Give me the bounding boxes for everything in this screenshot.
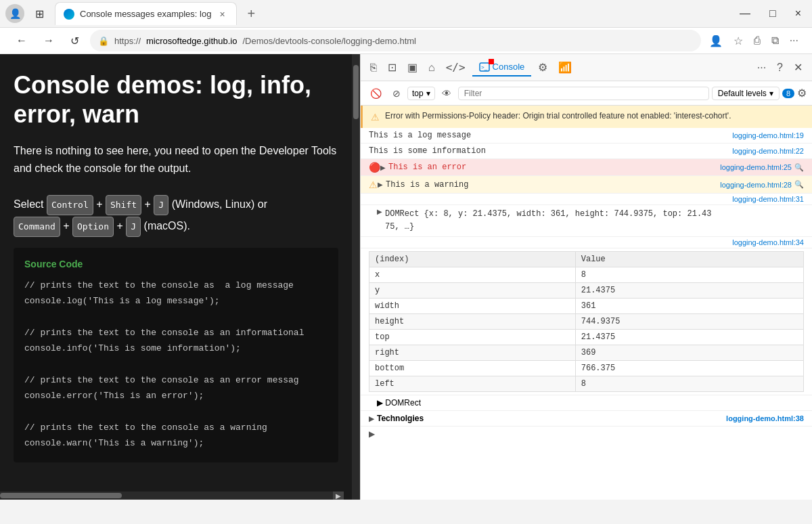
edge-favicon bbox=[64, 9, 74, 20]
info-message-link[interactable]: logging-demo.html:22 bbox=[732, 147, 804, 155]
context-value: top bbox=[412, 89, 424, 98]
levels-selector[interactable]: Default levels ▾ bbox=[712, 87, 780, 100]
table-cell-index: bottom bbox=[369, 361, 576, 376]
address-actions: 👤 ☆ ⎙ ⧉ ··· bbox=[706, 32, 801, 50]
console-icon: >_ ● bbox=[479, 62, 490, 72]
filter-input[interactable] bbox=[458, 87, 709, 100]
network-tab[interactable]: 📶 bbox=[554, 58, 576, 77]
domrect-label-row: ▶ DOMRect bbox=[361, 395, 812, 411]
tab-close-button[interactable]: × bbox=[217, 7, 227, 21]
home-tab[interactable]: ⌂ bbox=[424, 59, 439, 77]
eye-button[interactable]: 👁 bbox=[438, 86, 455, 101]
opt-key: Option bbox=[72, 217, 114, 237]
webpage-panel: Console demos: log, info, error, warn Th… bbox=[0, 54, 352, 500]
domrect-expand-arrow[interactable]: ▶ bbox=[377, 208, 382, 215]
domrect-link[interactable]: logging-demo.html:31 bbox=[732, 195, 804, 203]
domrect-text: DOMRect {x: 8, y: 21.4375, width: 361, h… bbox=[385, 208, 804, 234]
help-button[interactable]: ? bbox=[773, 59, 787, 77]
more-button[interactable]: ··· bbox=[787, 32, 801, 49]
plus4: + bbox=[116, 220, 126, 232]
device-emulation-button[interactable]: ⊡ bbox=[384, 58, 401, 77]
close-button[interactable]: × bbox=[790, 5, 807, 22]
error-message-link[interactable]: logging-demo.html:25 bbox=[720, 163, 792, 171]
more-tools-button[interactable]: ··· bbox=[753, 59, 770, 77]
error-badge: 8 bbox=[782, 89, 794, 98]
sources-tab[interactable]: </> bbox=[442, 58, 470, 77]
horizontal-scrollbar[interactable]: ▶ bbox=[0, 492, 344, 500]
elements-tab[interactable]: ▣ bbox=[403, 58, 422, 77]
close-devtools-button[interactable]: ✕ bbox=[790, 58, 807, 77]
new-tab-button[interactable]: + bbox=[242, 3, 261, 24]
select-text: Select bbox=[14, 198, 47, 210]
block-network-button[interactable]: ⊘ bbox=[388, 86, 405, 101]
main-content: Console demos: log, info, error, warn Th… bbox=[0, 54, 812, 500]
code-line-4: console.info('This is some information')… bbox=[24, 341, 328, 356]
table-header-value: Value bbox=[575, 252, 803, 267]
sidebar-toggle[interactable]: ⊞ bbox=[30, 5, 49, 23]
warn-message-text: This is a warning bbox=[386, 180, 720, 190]
inspect-element-button[interactable]: ⎘ bbox=[366, 59, 381, 77]
log-message-link[interactable]: logging-demo.html:19 bbox=[732, 131, 804, 139]
code-line-3: // prints the text to the console as an … bbox=[24, 325, 328, 341]
title-bar: 👤 ⊞ Console messages examples: log × + —… bbox=[0, 0, 812, 27]
scrollbar-thumb-h bbox=[0, 493, 122, 498]
lock-icon: 🔒 bbox=[98, 36, 109, 46]
technologies-link[interactable]: logging-demo.html:38 bbox=[726, 414, 804, 422]
source-code: // prints the text to the console as a l… bbox=[24, 278, 328, 452]
error-expand-arrow[interactable]: ▶ bbox=[380, 164, 386, 171]
warn-message-link[interactable]: logging-demo.html:28 bbox=[720, 181, 792, 189]
warn-expand-arrow[interactable]: ▶ bbox=[378, 181, 383, 188]
caret-row: ▶ bbox=[361, 427, 812, 441]
performance-tab[interactable]: ⚙ bbox=[534, 58, 551, 77]
warn-icon: ⚠ bbox=[369, 179, 378, 190]
split-button[interactable]: ⧉ bbox=[769, 32, 782, 49]
domrect-link2[interactable]: logging-demo.html:34 bbox=[732, 238, 804, 246]
ctrl-key: Control bbox=[47, 195, 93, 215]
table-cell-index: left bbox=[369, 376, 576, 392]
address-bar: ← → ↺ 🔒 https://microsoftedge.github.io/… bbox=[0, 27, 812, 54]
clear-console-button[interactable]: 🚫 bbox=[366, 86, 386, 101]
info-message-text: This is some information bbox=[369, 146, 732, 156]
collections-button[interactable]: ⎙ bbox=[751, 32, 763, 49]
back-button[interactable]: ← bbox=[11, 32, 32, 49]
domrect-link2-row: logging-demo.html:34 bbox=[361, 237, 812, 248]
console-settings-button[interactable]: ⚙ bbox=[797, 87, 807, 100]
table-header-index: (index) bbox=[369, 252, 576, 267]
technologies-row: ▶ Technolgies logging-demo.html:38 bbox=[361, 411, 812, 427]
console-table-container: (index) Value x8y21.4375width361height74… bbox=[361, 248, 812, 395]
chevron-down-icon-2: ▾ bbox=[769, 89, 773, 98]
page-description: There is nothing to see here, you need t… bbox=[14, 142, 338, 177]
table-cell-value: 744.9375 bbox=[575, 314, 803, 330]
url-box[interactable]: 🔒 https://microsoftedge.github.io/Demos/… bbox=[90, 30, 701, 51]
domrect-label[interactable]: ▶ DOMRect bbox=[377, 398, 421, 408]
code-line-1: // prints the text to the console as a l… bbox=[24, 278, 328, 293]
profile-icon[interactable]: 👤 bbox=[5, 4, 24, 23]
cmd-key: Command bbox=[14, 217, 60, 237]
browser-tab-active[interactable]: Console messages examples: log × bbox=[55, 2, 237, 25]
error-message-row: 🔴 ▶ This is an error logging-demo.html:2… bbox=[361, 159, 812, 176]
webpage-scroll: Console demos: log, info, error, warn Th… bbox=[0, 54, 352, 500]
table-cell-index: y bbox=[369, 283, 576, 299]
mac-suffix: (macOS). bbox=[144, 220, 190, 232]
levels-value: Default levels bbox=[718, 89, 767, 98]
favorites-button[interactable]: ☆ bbox=[731, 32, 746, 50]
scroll-right-arrow[interactable]: ▶ bbox=[333, 492, 344, 500]
vertical-scrollbar[interactable] bbox=[352, 54, 360, 500]
caret-icon: ▶ bbox=[369, 429, 375, 439]
console-tab[interactable]: >_ ● Console bbox=[472, 59, 532, 77]
console-toolbar: 🚫 ⊘ top ▾ 👁 Default levels ▾ 8 ⚙ bbox=[361, 81, 812, 106]
log-message-text: This is a log message bbox=[369, 131, 732, 140]
profile-button[interactable]: 👤 bbox=[706, 32, 725, 50]
warn-search-icon[interactable]: 🔍 bbox=[794, 180, 804, 189]
technologies-text: Technolgies bbox=[377, 414, 424, 423]
minimize-button[interactable]: — bbox=[734, 5, 756, 22]
tech-expand-arrow[interactable]: ▶ bbox=[369, 415, 374, 422]
devtools-panel: ⎘ ⊡ ▣ ⌂ </> >_ ● Console ⚙ 📶 ··· ? ✕ 🚫 ⊘ bbox=[360, 54, 812, 500]
refresh-button[interactable]: ↺ bbox=[65, 32, 85, 50]
context-selector[interactable]: top ▾ bbox=[407, 87, 435, 100]
plus2: + bbox=[145, 198, 151, 210]
error-search-icon[interactable]: 🔍 bbox=[794, 163, 804, 172]
maximize-button[interactable]: □ bbox=[764, 5, 782, 22]
forward-button[interactable]: → bbox=[38, 32, 60, 49]
table-cell-value: 21.4375 bbox=[575, 330, 803, 345]
